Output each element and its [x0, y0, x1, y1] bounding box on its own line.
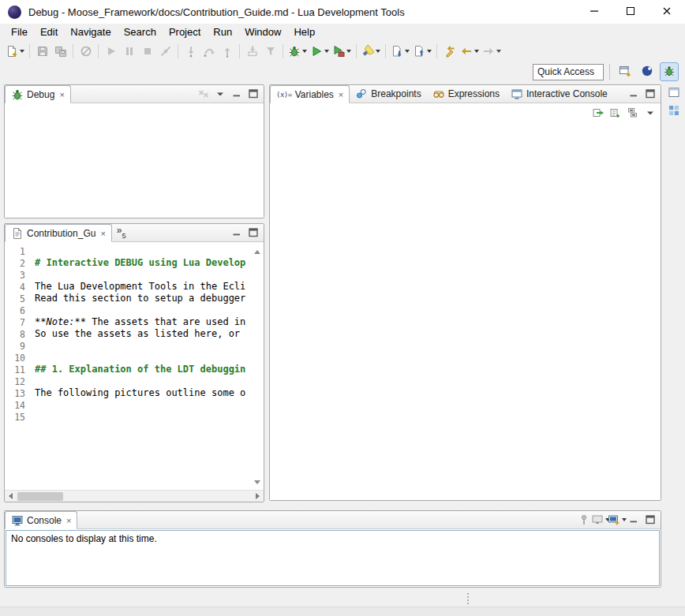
menu-file[interactable]: File	[5, 24, 34, 39]
close-icon[interactable]: ×	[66, 516, 71, 525]
tab-variables[interactable]: (x)=Variables×	[270, 85, 350, 103]
console-content[interactable]: No consoles to display at this time.	[6, 530, 660, 586]
tab-interactive-console[interactable]: Interactive Console	[505, 85, 613, 103]
debug-button[interactable]	[286, 42, 309, 60]
maximize-view-button[interactable]	[245, 226, 260, 241]
tab-contribution_gu[interactable]: Contribution_Gu×	[5, 224, 112, 242]
display-selected-console-button[interactable]	[593, 513, 608, 528]
line-text[interactable]: **Note:** The assets that are used in	[35, 316, 251, 328]
minimize-view-button[interactable]	[229, 87, 244, 102]
scroll-down-icon[interactable]	[254, 476, 260, 487]
view-menu-button[interactable]	[212, 87, 227, 102]
step-over-button[interactable]	[200, 42, 218, 60]
editor-overflow-chevron[interactable]: » 5	[112, 224, 131, 241]
dropdown-arrow-icon[interactable]	[346, 50, 351, 53]
menu-window[interactable]: Window	[238, 24, 287, 39]
menu-help[interactable]: Help	[287, 24, 321, 39]
scroll-right-icon[interactable]	[252, 491, 264, 502]
save-all-button[interactable]	[51, 42, 69, 60]
dropdown-arrow-icon[interactable]	[324, 50, 329, 53]
pin-console-button[interactable]	[576, 513, 591, 528]
menu-edit[interactable]: Edit	[34, 24, 64, 39]
skip-all-breakpoints-button[interactable]	[77, 42, 95, 60]
collapse-all-button[interactable]	[625, 105, 640, 120]
quick-access-input[interactable]: Quick Access	[533, 64, 604, 80]
dropdown-arrow-icon[interactable]	[376, 50, 380, 53]
view-menu-button[interactable]	[642, 105, 657, 120]
terminate-button[interactable]	[138, 42, 156, 60]
line-number[interactable]: 13	[5, 388, 25, 399]
open-console-button[interactable]	[609, 513, 624, 528]
minimize-view-button[interactable]	[626, 87, 641, 102]
line-number[interactable]: 11	[5, 364, 25, 375]
tab-breakpoints[interactable]: Breakpoints	[350, 85, 426, 103]
dropdown-arrow-icon[interactable]	[20, 50, 24, 53]
restore-view-grid-button[interactable]	[666, 103, 682, 119]
save-button[interactable]	[33, 42, 51, 60]
line-text[interactable]: The Lua Development Tools in the Ecli	[35, 281, 251, 293]
line-text[interactable]: # Interactive DEBUG using Lua Develop	[35, 257, 251, 269]
debug-view-body[interactable]	[5, 103, 264, 218]
line-number[interactable]: 5	[5, 293, 25, 304]
dropdown-arrow-icon[interactable]	[496, 50, 501, 53]
back-button[interactable]	[459, 42, 481, 60]
external-tools-button[interactable]	[331, 42, 353, 60]
next-annotation-button[interactable]	[389, 42, 411, 60]
show-type-names-button[interactable]	[590, 105, 605, 120]
tab-debug[interactable]: Debug ×	[5, 85, 71, 103]
minimize-view-button[interactable]	[229, 226, 244, 241]
line-number[interactable]: 4	[5, 282, 25, 293]
line-text[interactable]: Read this section to setup a debugger	[35, 293, 251, 304]
line-text[interactable]: So use the assets as listed here, or	[35, 328, 251, 340]
run-button[interactable]	[309, 42, 331, 60]
debug-perspective-button[interactable]	[660, 62, 679, 81]
line-number[interactable]: 6	[5, 305, 25, 316]
restore-editor-view-button[interactable]	[666, 85, 682, 101]
minimize-view-button[interactable]	[626, 513, 641, 528]
resume-button[interactable]	[102, 42, 120, 60]
menu-search[interactable]: Search	[118, 24, 163, 39]
forward-button[interactable]	[481, 42, 503, 60]
disconnect-button[interactable]	[156, 42, 174, 60]
variables-view-body[interactable]	[270, 103, 661, 500]
close-icon[interactable]: ×	[59, 90, 64, 99]
use-step-filters-button[interactable]	[261, 42, 279, 60]
scroll-up-icon[interactable]	[254, 245, 260, 256]
lua-perspective-button[interactable]	[638, 62, 657, 81]
drop-to-frame-button[interactable]	[243, 42, 261, 60]
line-number[interactable]: 14	[5, 400, 25, 411]
sash-drag-handle[interactable]	[467, 593, 469, 604]
previous-annotation-button[interactable]	[411, 42, 433, 60]
line-text[interactable]: The following pictures outline some o	[35, 387, 251, 399]
tab-console[interactable]: Console ×	[5, 511, 77, 529]
maximize-view-button[interactable]	[642, 513, 657, 528]
menu-project[interactable]: Project	[163, 24, 207, 39]
last-edit-location-button[interactable]	[440, 42, 459, 60]
line-number[interactable]: 15	[5, 412, 25, 423]
dropdown-arrow-icon[interactable]	[302, 50, 307, 53]
open-perspective-button[interactable]	[616, 62, 634, 81]
line-number[interactable]: 1	[5, 246, 25, 257]
editor-text-area[interactable]: 12# Interactive DEBUG using Lua Develop3…	[5, 242, 251, 490]
line-number[interactable]: 8	[5, 329, 25, 340]
window-minimize-button[interactable]	[576, 0, 612, 24]
close-icon[interactable]: ×	[339, 90, 343, 99]
maximize-view-button[interactable]	[642, 87, 657, 102]
line-number[interactable]: 7	[5, 317, 25, 328]
horizontal-scrollbar[interactable]	[5, 490, 264, 502]
suspend-button[interactable]	[120, 42, 138, 60]
menu-run[interactable]: Run	[207, 24, 238, 39]
dropdown-arrow-icon[interactable]	[474, 50, 479, 53]
window-close-button[interactable]	[649, 0, 685, 24]
close-icon[interactable]: ×	[100, 229, 105, 238]
line-text[interactable]: ## 1. Explanation of the LDT debuggin	[35, 364, 251, 375]
dropdown-arrow-icon[interactable]	[427, 50, 432, 53]
line-number[interactable]: 3	[5, 270, 25, 281]
scrollbar-thumb[interactable]	[17, 492, 63, 501]
line-number[interactable]: 2	[5, 258, 25, 269]
scroll-left-icon[interactable]	[5, 491, 17, 502]
step-return-button[interactable]	[218, 42, 236, 60]
new-wizard-button[interactable]	[4, 42, 26, 60]
menu-navigate[interactable]: Navigate	[64, 24, 117, 39]
maximize-view-button[interactable]	[245, 87, 260, 102]
